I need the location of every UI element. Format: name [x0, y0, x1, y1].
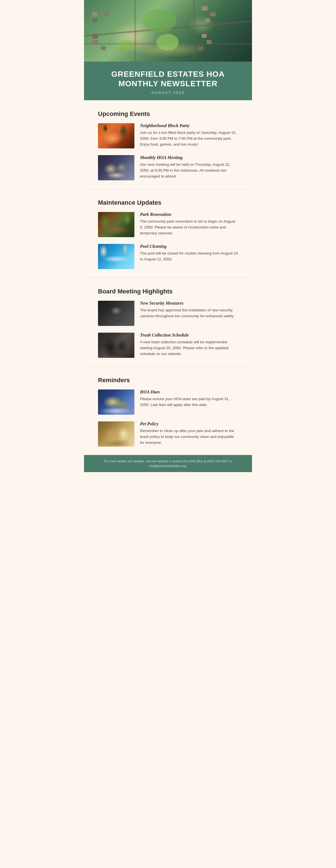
park-reno-title: Park Renovation	[140, 212, 238, 217]
maintenance-section: Maintenance Updates Park Renovation The …	[84, 189, 252, 278]
reminders-section: Reminders HOA Dues Please ensure your HO…	[84, 367, 252, 455]
trash-content: Trash Collection Schedule A new trash co…	[140, 333, 238, 357]
hoa-meeting-text: Our next meeting will be held on Thursda…	[140, 162, 238, 180]
list-item: Neighborhood Block Party Join us for a f…	[98, 123, 238, 148]
main-content: Upcoming Events Neighborhood Block Party…	[84, 100, 252, 455]
hoa-meeting-image	[98, 155, 134, 180]
list-item: Monthly HOA Meeting Our next meeting wil…	[98, 155, 238, 180]
list-item: HOA Dues Please ensure your HOA dues are…	[98, 390, 238, 415]
trash-title: Trash Collection Schedule	[140, 333, 238, 338]
newsletter-date: AUGUST 2050	[95, 90, 241, 95]
upcoming-events-section: Upcoming Events Neighborhood Block Party…	[84, 100, 252, 189]
dues-title: HOA Dues	[140, 390, 238, 395]
footer-text: For more details and updates, visit our …	[95, 459, 241, 468]
pool-content: Pool Cleaning The pool will be closed fo…	[140, 244, 238, 262]
list-item: Trash Collection Schedule A new trash co…	[98, 333, 238, 358]
block-party-content: Neighborhood Block Party Join us for a f…	[140, 123, 238, 148]
pool-image	[98, 244, 134, 269]
maintenance-title: Maintenance Updates	[98, 199, 238, 206]
park-reno-text: The community park renovation is set to …	[140, 219, 238, 236]
pet-title: Pet Policy	[140, 422, 238, 427]
park-reno-image	[98, 212, 134, 237]
reminders-title: Reminders	[98, 377, 238, 384]
hoa-meeting-content: Monthly HOA Meeting Our next meeting wil…	[140, 155, 238, 180]
list-item: New Security Measures The board has appr…	[98, 301, 238, 326]
newsletter-title: GREENFIELD ESTATES HOA MONTHLY NEWSLETTE…	[95, 69, 241, 88]
dues-text: Please ensure your HOA dues are paid by …	[140, 396, 238, 408]
security-title: New Security Measures	[140, 301, 238, 306]
list-item: Pool Cleaning The pool will be closed fo…	[98, 244, 238, 269]
header-banner: GREENFIELD ESTATES HOA MONTHLY NEWSLETTE…	[84, 62, 252, 100]
security-content: New Security Measures The board has appr…	[140, 301, 238, 319]
dues-image	[98, 390, 134, 415]
footer: For more details and updates, visit our …	[84, 455, 252, 472]
dues-content: HOA Dues Please ensure your HOA dues are…	[140, 390, 238, 408]
block-party-text: Join us for a fun-filled block party on …	[140, 130, 238, 148]
hero-image	[84, 0, 252, 62]
list-item: Park Renovation The community park renov…	[98, 212, 238, 237]
pool-title: Pool Cleaning	[140, 244, 238, 249]
board-meeting-title: Board Meeting Highlights	[98, 288, 238, 295]
pet-content: Pet Policy Remember to clean up after yo…	[140, 422, 238, 446]
security-image	[98, 301, 134, 326]
board-meeting-section: Board Meeting Highlights New Security Me…	[84, 278, 252, 367]
security-text: The board has approved the installation …	[140, 307, 238, 319]
upcoming-events-title: Upcoming Events	[98, 110, 238, 118]
pool-text: The pool will be closed for routine clea…	[140, 251, 238, 262]
pet-text: Remember to clean up after your pets and…	[140, 428, 238, 446]
park-reno-content: Park Renovation The community park renov…	[140, 212, 238, 236]
block-party-image	[98, 123, 134, 148]
list-item: Pet Policy Remember to clean up after yo…	[98, 422, 238, 446]
trash-image	[98, 333, 134, 358]
hoa-meeting-title: Monthly HOA Meeting	[140, 155, 238, 160]
pet-image	[98, 422, 134, 446]
block-party-title: Neighborhood Block Party	[140, 123, 238, 128]
trash-text: A new trash collection schedule will be …	[140, 339, 238, 357]
